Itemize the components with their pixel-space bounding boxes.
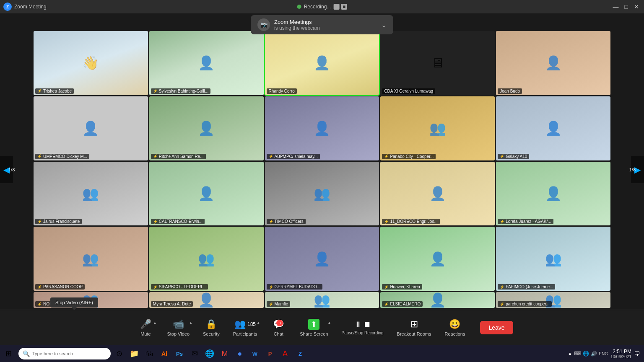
notification-icon: 📷 (257, 18, 270, 31)
participant-name-11: ⚡CALTRANSCO-Erwin... (151, 219, 205, 224)
window-controls[interactable]: — □ ✕ (611, 3, 641, 10)
security-icon: 🔒 (205, 319, 217, 330)
chat-button[interactable]: 💬 3 Chat (264, 319, 293, 336)
participant-figure-6: 👤 (198, 120, 215, 136)
participant-cell-18: 👤⚡Huawei, Kharen (380, 227, 495, 291)
participants-button[interactable]: ▲ 👥 185 Participants (226, 319, 264, 336)
recording-controls[interactable]: ⏸ ⏹ (333, 4, 347, 10)
maximize-button[interactable]: □ (623, 3, 630, 10)
mic-off-icon-24: ⚡ (500, 302, 504, 306)
pause-recording-button[interactable]: ⏸ ⏹ Pause/Stop Recording (335, 320, 390, 335)
close-button[interactable]: ✕ (632, 3, 641, 10)
participant-cell-0: 👋⚡Trishea Jacobe (34, 31, 148, 95)
leave-button[interactable]: Leave (480, 321, 513, 334)
stop-video-button[interactable]: ▲ 📹 Stop Video (160, 319, 196, 336)
title-bar-left: Z Zoom Meeting (3, 3, 47, 11)
taskbar-ppt[interactable]: P (263, 347, 277, 360)
stop-video-label: Stop Video (167, 331, 190, 336)
taskbar-search[interactable]: 🔍 Type here to search (18, 348, 111, 359)
taskbar-word[interactable]: W (248, 347, 262, 360)
notification-title: Zoom Meetings (274, 19, 377, 25)
participant-figure-12: 👥 (314, 186, 330, 202)
share-screen-icon-group: ⬆ (308, 319, 319, 330)
share-screen-arrow[interactable]: ▲ (327, 321, 332, 325)
tray-expand[interactable]: ▲ (567, 351, 572, 357)
stop-video-arrow[interactable]: ▲ (189, 321, 193, 325)
mic-off-icon-12: ⚡ (269, 220, 273, 224)
tray-volume[interactable]: 🔊 (591, 351, 597, 357)
participant-name-19: ⚡PAFIMCO (Jose Joeme... (498, 284, 555, 290)
tray-keyboard[interactable]: ⌨ (574, 351, 581, 357)
tray-network[interactable]: 🌐 (583, 351, 589, 357)
participant-video-11: 👤 (149, 162, 264, 226)
participant-figure-1: 👤 (198, 55, 215, 71)
taskbar-adobe[interactable]: Ai (158, 347, 171, 360)
participant-figure-2: 👤 (314, 55, 330, 71)
stop-recording-icon: ⏹ (364, 320, 371, 329)
breakout-rooms-button[interactable]: ⊞ Breakout Rooms (390, 319, 438, 336)
zoom-logo-icon: Z (3, 3, 12, 11)
grid-wrapper: 👋⚡Trishea Jacobe👤⚡Sylveslyn Bahinting-Gu… (0, 29, 644, 310)
mic-off-icon-0: ⚡ (37, 89, 42, 93)
participant-cell-7: 👤⚡ABPMPC/ shiela may... (265, 96, 379, 160)
reactions-button[interactable]: 😀 Reactions (438, 319, 472, 336)
mic-off-icon-22: ⚡ (269, 302, 273, 306)
participant-name-21: Myra Teresa A. Dote (151, 301, 193, 307)
participant-cell-17: 👤⚡GERRYMEL BUDADO... (265, 227, 379, 291)
mute-icon: 🎤 (140, 319, 151, 330)
chat-label: Chat (274, 331, 283, 336)
recording-label: Recording... (304, 4, 331, 10)
stop-btn[interactable]: ⏹ (341, 4, 347, 10)
taskbar-chrome[interactable]: ● (233, 347, 247, 360)
participant-name-0: ⚡Trishea Jacobe (35, 88, 74, 94)
share-screen-button[interactable]: ▲ ⬆ Share Screen (293, 319, 335, 336)
participant-name-text-7: ABPMPC/ shiela may... (275, 154, 318, 159)
participant-name-text-18: Huawei, Kharen (390, 284, 420, 289)
reactions-label: Reactions (445, 331, 465, 336)
taskbar-acrobat[interactable]: A (278, 347, 292, 360)
taskbar-cortana[interactable]: ⊙ (112, 347, 126, 360)
mute-arrow[interactable]: ▲ (153, 321, 157, 325)
breakout-rooms-icon: ⊞ (410, 319, 418, 330)
taskbar-zoom[interactable]: Z (293, 347, 307, 360)
video-area: ◀ 1/8 👋⚡Trishea Jacobe👤⚡Sylveslyn Bahint… (0, 29, 644, 310)
start-button[interactable]: ⊞ (0, 345, 17, 362)
mic-off-icon-20: ⚡ (37, 302, 42, 306)
notification-banner: 📷 Zoom Meetings is using the webcam ⌄ (251, 15, 393, 34)
share-screen-label: Share Screen (300, 331, 328, 336)
participant-name-16: ⚡SIFARBCO - LEODERI... (151, 284, 208, 290)
participants-arrow[interactable]: ▲ (256, 321, 260, 325)
taskbar-edge[interactable]: 🌐 (203, 347, 216, 360)
participant-video-6: 👤 (149, 96, 264, 160)
mic-off-icon-14: ⚡ (500, 220, 504, 224)
taskbar-email[interactable]: ✉ (188, 347, 201, 360)
page-indicator-right: 1/8 (629, 167, 636, 172)
page-indicator-left: 1/8 (8, 167, 15, 172)
participant-name-text-0: Trishea Jacobe (43, 89, 72, 93)
security-button[interactable]: 🔒 Security (196, 319, 226, 336)
mic-off-icon-15: ⚡ (37, 285, 42, 289)
notification-center-icon[interactable]: 🗨 (634, 350, 640, 357)
participant-cell-15: 👥⚡PARASANON COOP (34, 227, 148, 291)
system-clock[interactable]: 2:51 PM 10/06/2021 (610, 349, 631, 359)
taskbar-gmail[interactable]: M (218, 347, 231, 360)
pause-btn[interactable]: ⏸ (333, 4, 339, 10)
participant-cell-8: 👥⚡Panabo City - Cooper... (380, 96, 495, 160)
clock-date: 10/06/2021 (610, 354, 631, 359)
mute-button[interactable]: ▲ 🎤 Mute (131, 319, 160, 336)
taskbar-store[interactable]: 🛍 (143, 347, 156, 360)
participant-figure-21: 👤 (198, 292, 215, 308)
participant-video-17: 👤 (265, 227, 379, 291)
taskbar-files[interactable]: 📁 (127, 347, 141, 360)
taskbar-icons: ⊙ 📁 🛍 Ai Ps ✉ 🌐 M ● W P A Z (112, 347, 307, 360)
participant-cell-22: 👥⚡Mamfic (265, 292, 379, 308)
taskbar-ps[interactable]: Ps (173, 347, 186, 360)
security-label: Security (203, 331, 220, 336)
participant-name-12: ⚡TIMCO Officers (267, 219, 306, 224)
participant-name-text-8: Panabo City - Cooper... (390, 154, 434, 159)
minimize-button[interactable]: — (611, 3, 621, 10)
participants-label: Participants (233, 331, 257, 336)
participant-figure-11: 👤 (198, 186, 215, 202)
notification-chevron[interactable]: ⌄ (381, 21, 387, 29)
participant-figure-19: 👥 (545, 251, 562, 267)
